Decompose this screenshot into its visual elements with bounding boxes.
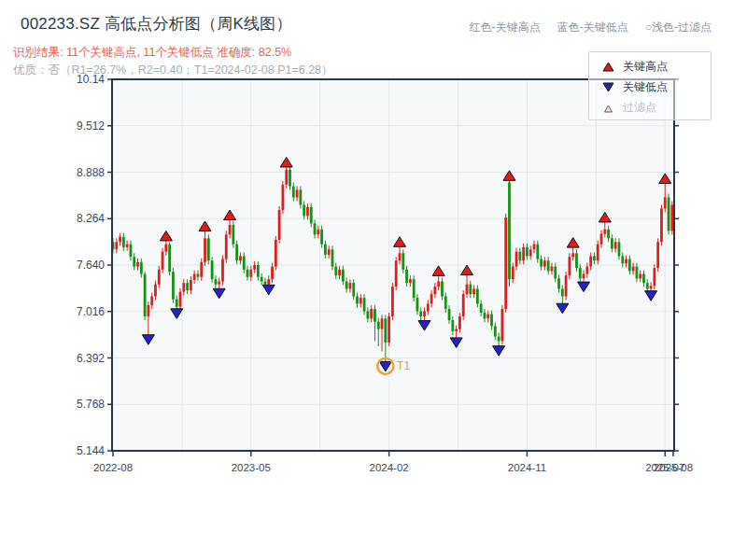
candle-body	[618, 242, 621, 256]
candle-body	[529, 249, 532, 256]
candle-body	[225, 234, 228, 259]
candle-body	[547, 260, 550, 271]
color-key-filtered: ○浅色-过滤点	[645, 20, 712, 35]
candle-body	[384, 318, 387, 343]
candle-body	[522, 247, 525, 260]
candle-body	[257, 265, 260, 277]
candle-body	[575, 253, 578, 268]
candle-body	[126, 245, 129, 247]
candle-body	[303, 204, 305, 216]
candle-body	[352, 283, 355, 296]
candle-body	[579, 268, 582, 278]
candle-body	[600, 234, 603, 245]
candle-body	[611, 238, 613, 248]
candle-body	[235, 245, 238, 261]
chart-page: T110.149.5128.8888.2647.6407.0166.3925.7…	[0, 0, 747, 560]
legend-item-key-low: 关键低点	[602, 77, 711, 97]
candle-body	[299, 189, 302, 204]
candle-body	[388, 316, 390, 343]
y-tick-label: 5.144	[77, 444, 105, 457]
candle-body	[190, 280, 192, 290]
legend-item-key-high: 关键高点	[602, 56, 711, 77]
candle-body	[115, 242, 118, 249]
candle-body	[466, 285, 469, 294]
candle-body	[282, 185, 285, 210]
x-tick-label: 2022-08	[93, 462, 133, 473]
x-tick-label: 2024-11	[508, 462, 546, 473]
candle-body	[518, 252, 521, 261]
candle-body	[533, 245, 536, 250]
candle-body	[324, 245, 327, 255]
candle-body	[656, 242, 659, 268]
candle-body	[249, 270, 252, 277]
x-tick-label: 2023-05	[232, 462, 271, 473]
color-key-low: 蓝色-关键低点	[557, 20, 628, 35]
candle-body	[646, 283, 649, 288]
candle-body	[366, 311, 369, 318]
candle-body	[621, 256, 624, 263]
candle-body	[267, 279, 270, 285]
candle-body	[650, 286, 653, 288]
candle-body	[179, 292, 182, 307]
candle-body	[543, 260, 546, 266]
candle-body	[261, 277, 263, 282]
candle-body	[247, 270, 249, 277]
candle-body	[490, 315, 493, 327]
candle-body	[444, 296, 447, 309]
candle-body	[462, 294, 465, 316]
recognition-result-text: 识别结果: 11个关键高点, 11个关键低点 准确度: 82.5%	[13, 45, 291, 61]
candle-body	[653, 268, 655, 286]
candle-body	[285, 170, 288, 185]
candle-body	[430, 294, 433, 303]
triangle-up-pale-icon	[602, 103, 614, 113]
candle-body	[122, 237, 125, 247]
candle-body	[670, 204, 673, 231]
candle-body	[498, 337, 500, 342]
candle-body	[557, 278, 560, 288]
candle-body	[243, 256, 246, 269]
candle-body	[668, 197, 670, 231]
candle-body	[540, 259, 543, 267]
candle-body	[133, 257, 135, 266]
candle-body	[402, 253, 404, 270]
candle-body	[356, 296, 359, 303]
candle-body	[593, 256, 596, 260]
candle-body	[342, 270, 345, 282]
candle-body	[625, 259, 627, 264]
candle-body	[561, 289, 564, 297]
candle-body	[486, 315, 489, 319]
candle-body	[374, 309, 376, 322]
candle-body	[363, 298, 366, 311]
candle-body	[597, 245, 599, 261]
candle-body	[176, 300, 178, 307]
candle-body	[504, 217, 507, 309]
candle-body	[395, 260, 398, 287]
candle-body	[526, 247, 529, 257]
candle-body	[331, 249, 334, 266]
candle-body	[441, 282, 444, 297]
candle-body	[508, 183, 511, 280]
candle-body	[381, 318, 384, 329]
color-key-note: 红色-关键高点 蓝色-关键低点 ○浅色-过滤点	[470, 20, 712, 35]
candle-body	[451, 320, 454, 331]
candle-body	[377, 322, 380, 329]
candle-body	[186, 283, 189, 290]
candle-body	[211, 260, 214, 279]
candle-body	[328, 249, 331, 255]
candle-body	[469, 285, 472, 294]
candle-body	[399, 253, 402, 260]
candle-body	[583, 274, 585, 279]
y-tick-label: 6.392	[77, 352, 105, 365]
triangle-up-red-icon	[602, 62, 614, 72]
t1-annotation-label: T1	[397, 359, 411, 372]
candle-body	[193, 274, 196, 280]
candle-body	[158, 270, 161, 285]
candle-body	[310, 207, 313, 224]
candle-body	[275, 240, 277, 267]
candle-body	[215, 279, 218, 285]
candle-body	[409, 279, 412, 283]
candle-body	[296, 189, 299, 197]
legend-label: 过滤点	[623, 100, 656, 116]
candle-body	[144, 274, 147, 316]
legend-label: 关键低点	[623, 79, 668, 95]
